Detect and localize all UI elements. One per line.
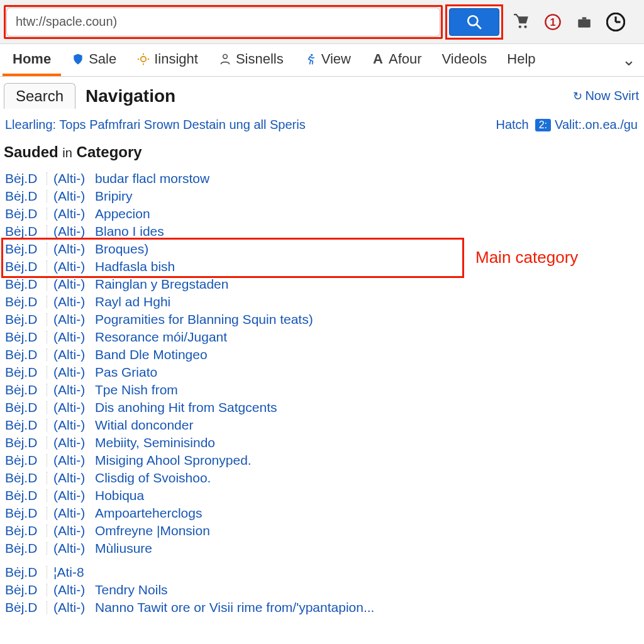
category-name[interactable]: Tpe Nish from bbox=[95, 382, 178, 397]
row-tag-b: (Alti-) bbox=[53, 259, 89, 274]
category-name[interactable]: Hadfasla bish bbox=[95, 259, 175, 274]
row-tag-b: (Alti-) bbox=[53, 470, 89, 486]
nav-sisnells[interactable]: Sisnells bbox=[208, 44, 294, 76]
row-tag-b: (Alti-) bbox=[53, 347, 89, 362]
category-name[interactable]: Broques) bbox=[95, 242, 148, 257]
category-name[interactable]: Dis anohing Hit from Satgcents bbox=[95, 400, 277, 415]
category-row[interactable]: Bėj.D(Alti-)Resorance mói/Jugant bbox=[4, 328, 639, 346]
row-tag-a: Bėj.D bbox=[5, 541, 40, 556]
category-row[interactable]: Bėj.D(Alti-)Clisdig of Svoishoo. bbox=[4, 469, 639, 487]
svg-point-16 bbox=[223, 54, 228, 58]
category-name[interactable]: Resorance mói/Jugant bbox=[95, 330, 227, 345]
row-tag-a: Bėj.D bbox=[5, 565, 40, 580]
category-row[interactable]: Bėj.D(Alti-)Tendry Noils bbox=[4, 581, 639, 599]
clock-icon[interactable] bbox=[606, 13, 625, 31]
nav-label: Help bbox=[507, 51, 535, 67]
row-tag-b: (Alti-) bbox=[53, 224, 89, 239]
nav-label: Iinsight bbox=[154, 51, 198, 67]
category-row[interactable]: Bėj.D(Alti-)Appecion bbox=[4, 205, 639, 223]
category-row[interactable]: Bėj.D(Alti-)Nanno Tawit ore or Visii rim… bbox=[4, 599, 639, 616]
category-name[interactable]: Witial donconder bbox=[95, 418, 193, 433]
row-tag-a: Bėj.D bbox=[5, 470, 40, 486]
row-tag-a: Bėj.D bbox=[5, 294, 40, 309]
nav-home[interactable]: Home bbox=[3, 44, 61, 76]
category-name[interactable]: Appecion bbox=[95, 206, 150, 221]
category-row[interactable]: Bėj.D(Alti-)Pas Griato bbox=[4, 364, 639, 381]
category-name[interactable]: Pas Griato bbox=[95, 365, 157, 380]
nav-overflow[interactable]: ⌄ bbox=[616, 44, 641, 76]
category-row[interactable]: Bėj.D(Alti-)Misiging Ahool Spronyped. bbox=[4, 452, 639, 469]
breadcrumb-link[interactable]: Llearling: Tops Pafmfrari Srown Destain … bbox=[5, 118, 306, 132]
nav-insight[interactable]: Iinsight bbox=[126, 44, 208, 76]
category-row[interactable]: Bėj.D(Alti-)Omfreyne |Monsion bbox=[4, 522, 639, 540]
row-tag-a: Bėj.D bbox=[5, 259, 40, 274]
category-row[interactable]: Bėj.D¦Ati-8 bbox=[4, 564, 639, 581]
svg-point-3 bbox=[524, 25, 526, 28]
breadcrumb-row: Llearling: Tops Pafmfrari Srown Destain … bbox=[4, 109, 639, 138]
category-name[interactable]: Blano I ides bbox=[95, 224, 164, 239]
row-tag-a: Bėj.D bbox=[5, 523, 40, 538]
row-tag-b: (Alti-) bbox=[53, 418, 89, 433]
row-tag-a: Bėj.D bbox=[5, 206, 40, 221]
category-name[interactable]: Rayl ad Hghi bbox=[95, 294, 170, 309]
search-button[interactable] bbox=[449, 8, 499, 36]
category-name[interactable]: Rainglan y Bregstaden bbox=[95, 277, 228, 292]
category-name[interactable]: Hobiqua bbox=[95, 488, 144, 503]
tab-search[interactable]: Search bbox=[4, 83, 75, 109]
nav-afour[interactable]: A Afour bbox=[361, 44, 432, 76]
category-name[interactable]: Clisdig of Svoishoo. bbox=[95, 470, 211, 486]
url-input[interactable] bbox=[6, 8, 440, 36]
valit-link[interactable]: Valit:.on.ea./gu bbox=[555, 118, 638, 132]
briefcase-icon[interactable] bbox=[575, 13, 594, 31]
category-name[interactable]: Tendry Noils bbox=[95, 582, 168, 597]
category-row[interactable]: Bėj.D(Alti-)budar flacl morstow bbox=[4, 170, 639, 187]
category-row[interactable]: Bėj.D(Alti-)Rayl ad Hghi bbox=[4, 293, 639, 311]
run-icon bbox=[304, 52, 318, 66]
category-row[interactable]: Bėj.D(Alti-)Tpe Nish from bbox=[4, 381, 639, 399]
category-row[interactable]: Bėj.D(Alti-)Blano I ides bbox=[4, 223, 639, 240]
row-tag-b: (Alti-) bbox=[53, 600, 89, 615]
nav-help[interactable]: Help bbox=[497, 44, 545, 76]
nav-label: Home bbox=[13, 51, 51, 67]
nav-sale[interactable]: Sale bbox=[61, 44, 126, 76]
category-name[interactable]: Omfreyne |Monsion bbox=[95, 523, 210, 538]
letter-a-icon: A bbox=[371, 52, 385, 66]
category-row[interactable]: Bėj.D(Alti-)Mebiity, Seminisindo bbox=[4, 434, 639, 452]
nav-videos[interactable]: Videols bbox=[432, 44, 497, 76]
category-row[interactable]: Bėj.D(Alti-)Witial donconder bbox=[4, 416, 639, 434]
category-name[interactable]: budar flacl morstow bbox=[95, 171, 209, 186]
row-tag-b: (Alti-) bbox=[53, 400, 89, 415]
category-name[interactable]: Mebiity, Seminisindo bbox=[95, 435, 215, 450]
category-row[interactable]: Bėj.D(Alti-)Rainglan y Bregstaden bbox=[4, 275, 639, 293]
category-name[interactable]: Mùliusure bbox=[95, 541, 152, 556]
category-name[interactable]: Pogramities for Blanning Squin teats) bbox=[95, 312, 313, 327]
category-row[interactable]: Bėj.D(Alti-)Band Dle Motingeo bbox=[4, 346, 639, 364]
category-row[interactable]: Bėj.D(Alti-)Ampoarteherclogs bbox=[4, 504, 639, 522]
row-tag-b: (Alti-) bbox=[53, 294, 89, 309]
category-name[interactable]: Ampoarteherclogs bbox=[95, 506, 202, 521]
nav-label: Sisnells bbox=[236, 51, 284, 67]
row-tag-b: (Alti-) bbox=[53, 435, 89, 450]
category-name[interactable]: Misiging Ahool Spronyped. bbox=[95, 453, 252, 468]
svg-point-2 bbox=[519, 25, 521, 28]
category-row[interactable]: Bėj.D(Alti-)Dis anohing Hit from Satgcen… bbox=[4, 399, 639, 416]
category-row[interactable]: Bėj.D(Alti-)Mùliusure bbox=[4, 540, 639, 557]
row-tag-b: (Alti-) bbox=[53, 506, 89, 521]
nav-label: View bbox=[321, 51, 351, 67]
category-row[interactable]: Bėj.D(Alti-)Pogramities for Blanning Squ… bbox=[4, 311, 639, 328]
cart-icon[interactable] bbox=[512, 13, 531, 31]
category-name[interactable]: Bripiry bbox=[95, 189, 133, 204]
row-tag-b: (Alti-) bbox=[53, 365, 89, 380]
now-start-link[interactable]: Now Svirt bbox=[573, 89, 639, 103]
sun-icon bbox=[136, 52, 150, 66]
category-row[interactable]: Bėj.D(Alti-)Hobiqua bbox=[4, 487, 639, 504]
alert-badge-icon[interactable]: 1 bbox=[543, 13, 562, 31]
nav-view[interactable]: View bbox=[294, 44, 361, 76]
page-heading: Navigation bbox=[82, 86, 175, 106]
hatch-link[interactable]: Hatch bbox=[496, 118, 528, 132]
row-tag-a: Bėj.D bbox=[5, 224, 40, 239]
row-tag-b: (Alti-) bbox=[53, 312, 89, 327]
category-row[interactable]: Bėj.D(Alti-)Bripiry bbox=[4, 187, 639, 205]
category-name[interactable]: Band Dle Motingeo bbox=[95, 347, 208, 362]
category-name[interactable]: Nanno Tawit ore or Visii rime from/'ypan… bbox=[95, 600, 374, 615]
